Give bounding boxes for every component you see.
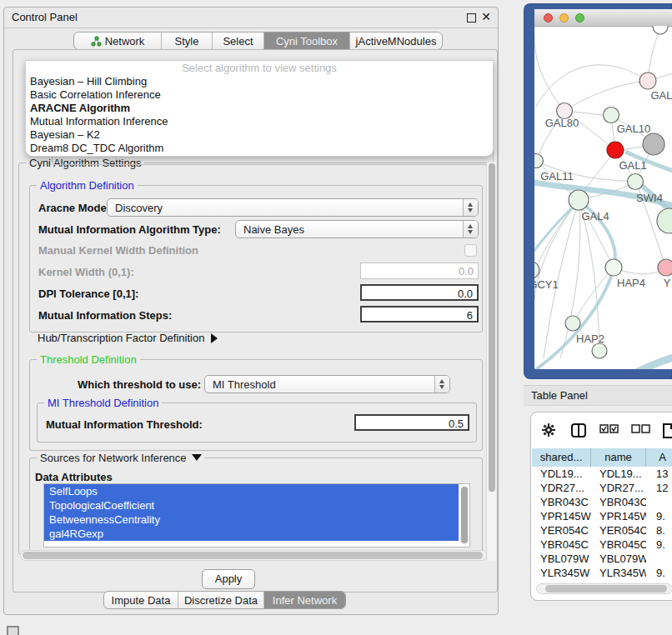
settings-vertical-scrollbar[interactable] [486,162,496,561]
table-cell: YBR043C [532,495,591,509]
network-node-gal7[interactable] [639,72,656,89]
table-row[interactable]: YBR043CYBR043C [532,495,672,509]
hub-definition-toggle[interactable]: Hub/Transcription Factor Definition [38,332,218,344]
network-node[interactable] [643,133,664,155]
network-canvas[interactable]: GAL7GAL80GAL10GAL1GAL11SWI4GAL4GCY1HAP4Y… [534,26,672,369]
list-scrollbar[interactable] [460,486,469,545]
node-label: GAL80 [545,117,579,129]
kernel-width-field[interactable]: 0.0 [360,262,479,279]
network-node[interactable] [653,26,668,34]
table-row[interactable]: YPR145WYPR145W9. [532,509,672,523]
list-item[interactable]: gal4RGexp [44,527,459,541]
list-item[interactable]: TopologicalCoefficient [44,498,459,512]
apply-button[interactable]: Apply [202,569,255,589]
sources-title[interactable]: Sources for Network Inference [37,452,205,464]
node-label: GAL11 [540,170,574,182]
aracne-mode-value: Discovery [115,202,163,214]
tab-network[interactable]: Network [74,32,162,49]
table-row[interactable]: YLR345WYLR345W9. [532,566,672,580]
app-root: Control Panel ✕ NetworkStyleSelectCyni T… [0,0,672,635]
table-cell: YDL19... [591,467,646,481]
tab-discretize-data[interactable]: Discretize Data [178,592,264,608]
network-node-gal4[interactable] [569,190,589,210]
network-edge[interactable] [574,268,614,323]
network-edge[interactable] [534,33,564,111]
table-cell: YBR043C [591,495,646,509]
which-threshold-label: Which threshold to use: [78,378,201,391]
network-edge[interactable] [534,201,579,271]
tab-select[interactable]: Select [213,32,264,49]
document-icon[interactable] [663,423,672,441]
dpi-tolerance-field[interactable]: 0.0 [360,284,479,301]
tab-label: Impute Data [112,594,171,607]
tab-impute-data[interactable]: Impute Data [104,592,178,608]
sources-groupbox: Sources for Network Inference Data Attri… [29,458,483,552]
network-node-gal10[interactable] [604,108,619,123]
close-light-icon[interactable] [544,13,553,22]
list-item[interactable]: SelfLoops [44,484,459,498]
select-all-icon[interactable] [599,423,619,436]
tab-style[interactable]: Style [162,32,213,49]
mi-type-label: Mutual Information Algorithm Type: [38,223,221,236]
table-cell [646,552,672,566]
table-row[interactable]: YDR27...YDR27...12 [532,481,672,495]
dropdown-item-bayesian-k2[interactable]: Bayesian – K2 [26,128,493,142]
table-toolbar [531,412,672,448]
network-node-y[interactable] [658,259,672,276]
manual-kernel-checkbox[interactable] [464,244,477,257]
node-label: Y [664,277,671,289]
dropdown-item-mutual-information-inference[interactable]: Mutual Information Inference [26,115,493,128]
aracne-mode-combobox[interactable]: Discovery [107,198,479,217]
network-edge[interactable] [564,81,648,111]
network-node-hap2[interactable] [565,316,580,331]
network-edge[interactable] [534,202,579,275]
table-cell: 9. [646,509,672,523]
network-node[interactable] [657,208,672,233]
table-cell [646,495,672,509]
mi-threshold-groupbox: MI Threshold Definition Mutual Informati… [37,402,477,442]
network-node-gal1[interactable] [607,142,624,158]
columns-icon[interactable] [571,423,586,440]
network-node-swi4[interactable] [628,174,644,190]
network-edge[interactable] [613,357,672,369]
deselect-all-icon[interactable] [631,423,650,436]
data-attributes-list[interactable]: SelfLoopsTopologicalCoefficientBetweenne… [43,483,470,548]
settings-horizontal-scrollbar[interactable] [20,550,487,561]
list-item[interactable]: BetweennessCentrality [44,512,459,527]
close-icon[interactable]: ✕ [481,10,491,23]
table-cell: YER054C [591,523,646,538]
table-horizontal-scrollbar[interactable] [536,583,672,594]
table-row[interactable]: YDL19...YDL19...13 [532,467,672,481]
dropdown-item-basic-correlation-inference[interactable]: Basic Correlation Inference [26,88,493,102]
mi-threshold-group-title: MI Threshold Definition [44,397,162,409]
mi-steps-field[interactable]: 6 [360,306,479,322]
table-row[interactable]: YER054CYER054C8. [532,523,672,538]
column-header-shared-[interactable]: shared... [532,448,591,467]
mi-type-combobox[interactable]: Naive Bayes [235,220,479,238]
dropdown-item-bayesian-hill-climbing[interactable]: Bayesian – Hill Climbing [26,75,493,88]
tab-cyni-toolbox[interactable]: Cyni Toolbox [264,32,350,49]
tab-label: Discretize Data [184,594,258,607]
gear-icon[interactable] [542,423,555,439]
which-threshold-combobox[interactable]: MI Threshold [204,375,450,393]
column-header-a[interactable]: A [646,448,672,467]
network-edge[interactable] [648,27,660,80]
dropdown-item-dream8-dc-tdc-algorithm[interactable]: Dream8 DC_TDC Algorithm [26,142,493,155]
zoom-light-icon[interactable] [575,13,584,22]
network-edge[interactable] [536,65,648,107]
dropdown-item-aracne-algorithm[interactable]: ARACNE Algorithm [26,102,493,115]
tab-infer-network[interactable]: Infer Network [264,592,345,608]
tab-jactivemnodules[interactable]: jActiveMNodules [350,32,442,49]
expand-right-icon [211,333,218,343]
table-row[interactable]: YBL079WYBL079W [532,552,672,566]
minimize-light-icon[interactable] [559,13,569,22]
column-header-name[interactable]: name [591,448,646,467]
tab-label: Style [175,35,199,48]
network-node-hap4[interactable] [605,259,622,276]
restore-panel-icon[interactable] [7,626,19,635]
table-row[interactable]: YBR045CYBR045C9. [532,538,672,552]
network-node[interactable] [592,343,607,358]
tab-label: Cyni Toolbox [276,35,338,48]
mi-threshold-field[interactable]: 0.5 [354,414,469,431]
float-icon[interactable] [467,13,476,22]
